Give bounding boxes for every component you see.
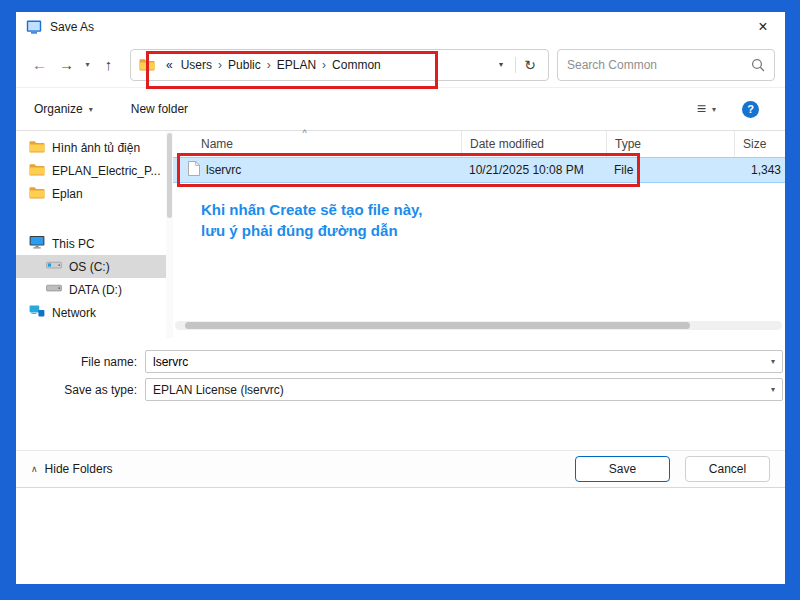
search-box[interactable]	[557, 49, 775, 81]
file-name-label: File name:	[16, 355, 145, 369]
file-type-cell: File	[606, 163, 734, 177]
breadcrumb-common[interactable]: Common	[328, 58, 385, 72]
chevron-down-icon[interactable]: ▾	[771, 385, 782, 394]
back-button[interactable]: ←	[26, 51, 53, 79]
help-button[interactable]: ?	[742, 101, 759, 118]
sidebar-item-label: DATA (D:)	[69, 283, 122, 297]
dialog-body: Hình ảnh tủ điện EPLAN_Electric_P... Epl…	[16, 131, 785, 338]
file-row-lservrc[interactable]: lservrc 10/21/2025 10:08 PM File 1,343	[173, 157, 785, 183]
save-as-type-select[interactable]: EPLAN License (lservrc) ▾	[145, 378, 783, 401]
hide-folders-button[interactable]: ∧ Hide Folders	[31, 462, 113, 476]
sidebar-item-label: Hình ảnh tủ điện	[52, 141, 140, 155]
organize-label: Organize	[34, 102, 83, 116]
breadcrumb-separator-icon: ›	[320, 58, 328, 72]
sidebar-item-eplan-electric[interactable]: EPLAN_Electric_P...	[16, 159, 166, 182]
address-bar[interactable]: « Users › Public › EPLAN › Common ▾ ↻	[130, 49, 549, 81]
sidebar-item-label: Eplan	[52, 187, 83, 201]
organize-button[interactable]: Organize ▾	[34, 102, 93, 116]
button-bar: ∧ Hide Folders Save Cancel	[16, 450, 785, 488]
folder-icon	[139, 58, 155, 71]
recent-locations-dropdown[interactable]: ▾	[80, 51, 95, 79]
sort-ascending-icon: ^	[303, 128, 307, 138]
sidebar-scrollbar[interactable]	[166, 131, 173, 338]
chevron-down-icon: ▾	[712, 105, 716, 114]
file-name-combobox[interactable]: ▾	[145, 350, 783, 373]
annotation-note: Khi nhấn Create sẽ tạo file này, lưu ý p…	[201, 199, 785, 241]
navigation-pane: Hình ảnh tủ điện EPLAN_Electric_P... Epl…	[16, 131, 166, 338]
file-size-cell: 1,343	[734, 163, 785, 177]
sidebar-item-network[interactable]: Network	[16, 301, 166, 324]
column-headers: Name ^ Date modified Type Size	[173, 131, 785, 157]
file-name-input[interactable]	[146, 355, 771, 369]
annotation-line-2: lưu ý phải đúng đường dẫn	[201, 220, 785, 241]
new-folder-button[interactable]: New folder	[131, 102, 188, 116]
save-as-type-label: Save as type:	[16, 383, 145, 397]
folder-icon	[29, 163, 45, 179]
title-bar: Save As ×	[16, 12, 785, 42]
search-icon	[751, 58, 765, 72]
sidebar-item-data-d[interactable]: DATA (D:)	[16, 278, 166, 301]
column-header-name[interactable]: Name ^	[173, 131, 461, 157]
file-list-pane: Name ^ Date modified Type Size lservrc	[173, 131, 785, 338]
file-name-row: File name: ▾	[16, 350, 785, 373]
command-bar-right: ≡ ▾ ?	[697, 100, 767, 118]
chevron-up-icon: ∧	[31, 464, 38, 474]
forward-button[interactable]: →	[53, 51, 80, 79]
sidebar-item-label: EPLAN_Electric_P...	[52, 164, 161, 178]
breadcrumb-collapsed[interactable]: «	[162, 58, 177, 72]
save-as-type-row: Save as type: EPLAN License (lservrc) ▾	[16, 378, 785, 401]
sidebar-item-label: OS (C:)	[69, 260, 110, 274]
breadcrumb-separator-icon: ›	[216, 58, 224, 72]
drive-icon	[46, 282, 62, 297]
address-dropdown-button[interactable]: ▾	[491, 60, 511, 69]
command-bar: Organize ▾ New folder ≡ ▾ ?	[16, 88, 785, 131]
sidebar-scrollbar-thumb[interactable]	[167, 133, 172, 218]
column-header-label: Name	[201, 137, 233, 151]
search-input[interactable]	[558, 58, 747, 72]
cancel-button[interactable]: Cancel	[685, 456, 770, 482]
column-header-date-modified[interactable]: Date modified	[461, 131, 606, 157]
file-name-text: lservrc	[206, 163, 241, 177]
breadcrumb-users[interactable]: Users	[177, 58, 216, 72]
navigation-bar: ← → ▾ ↑ « Users › Public › EPLAN › Commo…	[16, 42, 785, 88]
file-date-cell: 10/21/2025 10:08 PM	[461, 163, 606, 177]
chevron-down-icon: ▾	[89, 105, 93, 114]
drive-icon	[46, 259, 62, 274]
folder-icon	[29, 186, 45, 202]
breadcrumb-eplan[interactable]: EPLAN	[273, 58, 320, 72]
file-fields: File name: ▾ Save as type: EPLAN License…	[16, 350, 785, 406]
list-view-icon: ≡	[697, 100, 706, 118]
file-icon	[188, 161, 200, 179]
view-options-button[interactable]: ≡ ▾	[697, 100, 716, 118]
annotation-line-1: Khi nhấn Create sẽ tạo file này,	[201, 199, 785, 220]
breadcrumb-separator-icon: ›	[265, 58, 273, 72]
sidebar-item-os-c[interactable]: OS (C:)	[16, 255, 166, 278]
sidebar-item-eplan[interactable]: Eplan	[16, 182, 166, 205]
sidebar-item-this-pc[interactable]: This PC	[16, 232, 166, 255]
column-header-label: Date modified	[470, 137, 544, 151]
sidebar-item-hinh-anh-tu-dien[interactable]: Hình ảnh tủ điện	[16, 136, 166, 159]
computer-icon	[29, 235, 45, 252]
save-as-dialog: Save As × ← → ▾ ↑ « Users › Public › EPL…	[16, 12, 785, 584]
save-button[interactable]: Save	[575, 456, 670, 482]
horizontal-scrollbar-thumb[interactable]	[185, 322, 690, 329]
chevron-down-icon[interactable]: ▾	[771, 357, 782, 366]
folder-icon	[29, 140, 45, 156]
save-as-dialog-icon	[26, 19, 42, 35]
new-folder-label: New folder	[131, 102, 188, 116]
hide-folders-label: Hide Folders	[45, 462, 113, 476]
sidebar-item-label: This PC	[52, 237, 95, 251]
column-header-size[interactable]: Size	[734, 131, 785, 157]
column-header-type[interactable]: Type	[606, 131, 734, 157]
network-icon	[29, 304, 45, 321]
horizontal-scrollbar[interactable]	[175, 321, 782, 330]
address-divider	[515, 57, 516, 73]
breadcrumb-public[interactable]: Public	[224, 58, 265, 72]
dialog-buttons: Save Cancel	[575, 456, 770, 482]
refresh-button[interactable]: ↻	[520, 57, 540, 73]
up-button[interactable]: ↑	[95, 51, 122, 79]
sidebar-item-label: Network	[52, 306, 96, 320]
close-button[interactable]: ×	[741, 12, 785, 42]
file-name-cell: lservrc	[173, 161, 461, 179]
save-as-type-value: EPLAN License (lservrc)	[146, 383, 771, 397]
